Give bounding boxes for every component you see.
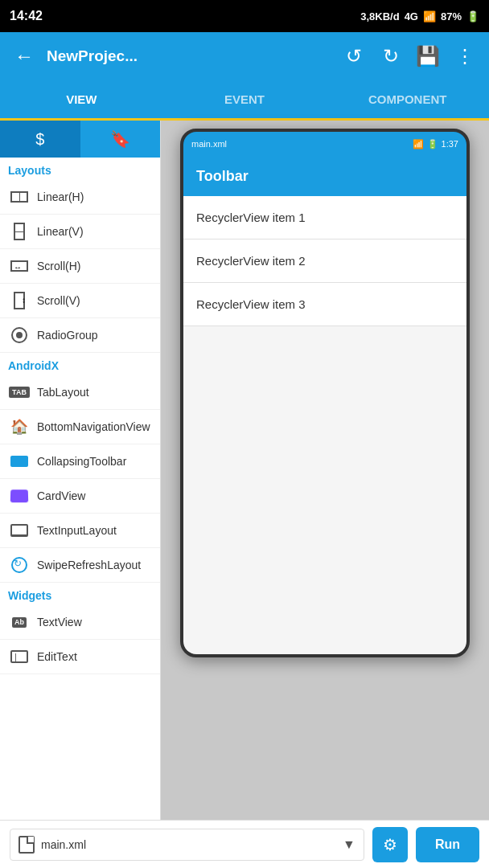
dropdown-arrow: ▼ bbox=[343, 837, 355, 852]
phone-file-name: main.xml bbox=[191, 139, 227, 149]
run-button[interactable]: Run bbox=[416, 827, 479, 862]
home-icon: 🏠 bbox=[10, 418, 28, 436]
edittext-label: EditText bbox=[37, 650, 77, 663]
component-textinput[interactable]: TextInputLayout bbox=[0, 514, 160, 548]
linear-h-label: Linear(H) bbox=[37, 190, 84, 203]
redo-button[interactable]: ↻ bbox=[376, 45, 405, 68]
battery-icon: 🔋 bbox=[466, 10, 479, 23]
section-androidx: AndroidX bbox=[0, 353, 160, 375]
collapsing-icon bbox=[10, 456, 28, 467]
component-tablayout[interactable]: TAB TabLayout bbox=[0, 375, 160, 410]
file-name: main.xml bbox=[41, 838, 336, 851]
phone-time: 1:37 bbox=[442, 139, 458, 149]
collapsing-label: CollapsingToolbar bbox=[37, 455, 126, 468]
component-edittext[interactable]: EditText bbox=[0, 640, 160, 674]
component-tab-icon: $ bbox=[35, 130, 44, 149]
right-panel: main.xml 📶 🔋 1:37 Toolbar RecyclerView i… bbox=[161, 121, 489, 820]
app-bar: ← NewProjec... ↺ ↻ 💾 ⋮ bbox=[0, 32, 489, 80]
component-collapsing-toolbar[interactable]: CollapsingToolbar bbox=[0, 444, 160, 479]
textview-icon: Ab bbox=[12, 617, 27, 628]
tab-event[interactable]: EVENT bbox=[163, 80, 327, 118]
section-layouts: Layouts bbox=[0, 158, 160, 180]
back-button[interactable]: ← bbox=[10, 45, 39, 68]
tab-component[interactable]: COMPONENT bbox=[326, 80, 489, 118]
bottom-bar: main.xml ▼ ⚙ Run bbox=[0, 820, 489, 868]
component-cardview[interactable]: CardView bbox=[0, 479, 160, 514]
more-button[interactable]: ⋮ bbox=[450, 45, 479, 68]
component-scroll-h[interactable]: Scroll(H) bbox=[0, 249, 160, 284]
bookmark-tab-icon: 🔖 bbox=[110, 129, 130, 149]
status-bar: 14:42 3,8KB/d 4G 📶 87% 🔋 bbox=[0, 0, 489, 32]
battery-label: 87% bbox=[441, 10, 462, 23]
swipe-label: SwipeRefreshLayout bbox=[37, 559, 141, 571]
phone-battery-icon: 🔋 bbox=[427, 139, 438, 149]
recycler-item-1: RecyclerView item 1 bbox=[183, 196, 466, 240]
phone-toolbar-title: Toolbar bbox=[196, 168, 249, 185]
linear-v-icon bbox=[14, 223, 25, 240]
swipe-icon bbox=[11, 557, 27, 573]
phone-screen: Toolbar RecyclerView item 1 RecyclerView… bbox=[183, 156, 466, 654]
tab-icon: TAB bbox=[9, 387, 30, 398]
signal-icon: 📶 bbox=[423, 10, 436, 23]
phone-status-bar: main.xml 📶 🔋 1:37 bbox=[183, 132, 466, 156]
panel-tab-bookmarks[interactable]: 🔖 bbox=[80, 121, 161, 158]
tab-view[interactable]: VIEW bbox=[0, 80, 163, 121]
scroll-v-label: Scroll(V) bbox=[37, 294, 80, 307]
settings-button[interactable]: ⚙ bbox=[372, 827, 408, 862]
section-widgets: Widgets bbox=[0, 583, 160, 605]
undo-button[interactable]: ↺ bbox=[339, 45, 368, 68]
panel-tabs: $ 🔖 bbox=[0, 121, 160, 158]
recycler-item-3: RecyclerView item 3 bbox=[183, 283, 466, 326]
left-panel: $ 🔖 Layouts Linear(H) Linear(V) Scroll(H bbox=[0, 121, 161, 820]
status-right: 3,8KB/d 4G 📶 87% 🔋 bbox=[360, 10, 479, 23]
save-button[interactable]: 💾 bbox=[413, 45, 442, 68]
radio-label: RadioGroup bbox=[37, 329, 98, 342]
app-title: NewProjec... bbox=[47, 47, 331, 65]
scroll-v-icon bbox=[14, 292, 25, 309]
phone-toolbar: Toolbar bbox=[183, 156, 466, 196]
tablayout-label: TabLayout bbox=[37, 386, 89, 399]
main-content: $ 🔖 Layouts Linear(H) Linear(V) Scroll(H bbox=[0, 121, 489, 820]
card-icon bbox=[10, 489, 29, 502]
scroll-h-icon bbox=[10, 260, 28, 272]
file-icon bbox=[18, 836, 35, 854]
bottom-nav-label: BottomNavigationView bbox=[37, 420, 150, 433]
component-textview[interactable]: Ab TextView bbox=[0, 605, 160, 640]
network-type: 4G bbox=[405, 10, 418, 23]
component-scroll-v[interactable]: Scroll(V) bbox=[0, 284, 160, 318]
network-speed: 3,8KB/d bbox=[360, 10, 399, 23]
textinput-icon bbox=[10, 524, 28, 537]
recycler-item-2: RecyclerView item 2 bbox=[183, 240, 466, 283]
component-linear-v[interactable]: Linear(V) bbox=[0, 215, 160, 249]
main-tabs: VIEW EVENT COMPONENT bbox=[0, 80, 489, 121]
textinput-label: TextInputLayout bbox=[37, 524, 117, 537]
component-swipe-refresh[interactable]: SwipeRefreshLayout bbox=[0, 548, 160, 583]
phone-signal-icon: 📶 bbox=[413, 139, 424, 149]
radio-icon bbox=[11, 327, 27, 343]
panel-tab-components[interactable]: $ bbox=[0, 121, 80, 158]
settings-icon: ⚙ bbox=[383, 835, 397, 854]
component-radio-group[interactable]: RadioGroup bbox=[0, 318, 160, 353]
scroll-h-label: Scroll(H) bbox=[37, 260, 80, 272]
card-label: CardView bbox=[37, 489, 85, 502]
textview-label: TextView bbox=[37, 616, 82, 628]
status-time: 14:42 bbox=[10, 9, 43, 23]
phone-frame: main.xml 📶 🔋 1:37 Toolbar RecyclerView i… bbox=[180, 129, 470, 657]
linear-v-label: Linear(V) bbox=[37, 225, 84, 238]
file-selector[interactable]: main.xml ▼ bbox=[10, 829, 364, 861]
edittext-icon bbox=[10, 650, 28, 663]
component-linear-h[interactable]: Linear(H) bbox=[0, 180, 160, 215]
component-bottom-nav[interactable]: 🏠 BottomNavigationView bbox=[0, 410, 160, 444]
linear-h-icon bbox=[10, 191, 28, 203]
